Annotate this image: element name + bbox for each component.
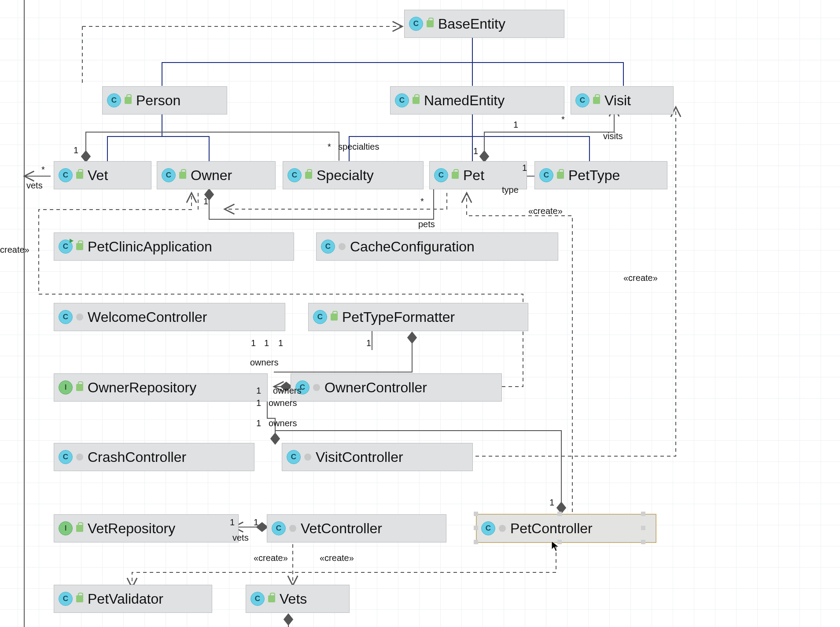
class-CrashController[interactable]: C CrashController xyxy=(54,443,254,471)
role-label: owners xyxy=(273,386,301,396)
selection-handle[interactable] xyxy=(474,540,478,544)
class-icon: C xyxy=(321,240,335,254)
class-Specialty[interactable]: C Specialty xyxy=(283,161,424,189)
class-WelcomeController[interactable]: C WelcomeController xyxy=(54,303,285,331)
class-icon: C xyxy=(162,168,176,182)
class-VisitController[interactable]: C VisitController xyxy=(282,443,473,471)
multiplicity-label: 1 xyxy=(549,498,554,508)
class-PetClinicApplication[interactable]: C PetClinicApplication xyxy=(54,232,294,261)
class-label: BaseEntity xyxy=(434,16,505,32)
class-OwnerController[interactable]: C OwnerController xyxy=(291,373,502,402)
stereotype-label: create» xyxy=(0,245,29,255)
class-label: VetController xyxy=(296,520,382,537)
class-Vets[interactable]: C Vets xyxy=(246,585,350,613)
class-BaseEntity[interactable]: C BaseEntity xyxy=(404,10,564,38)
class-icon: C xyxy=(539,168,553,182)
role-label: type xyxy=(502,185,519,195)
class-label: Vet xyxy=(83,167,108,184)
role-label: owners xyxy=(269,398,297,408)
class-label: CacheConfiguration xyxy=(346,239,475,255)
class-icon: C xyxy=(251,592,265,606)
class-label: OwnerController xyxy=(320,380,427,396)
visibility-icon xyxy=(452,172,459,179)
multiplicity-label: 1 xyxy=(473,146,478,156)
class-icon: C xyxy=(59,592,73,606)
selection-handle[interactable] xyxy=(641,540,645,544)
interface-VetRepository[interactable]: I VetRepository xyxy=(54,514,239,542)
class-label: VisitController xyxy=(311,449,403,465)
class-PetType[interactable]: C PetType xyxy=(534,161,667,189)
class-label: VetRepository xyxy=(83,520,175,537)
class-PetTypeFormatter[interactable]: C PetTypeFormatter xyxy=(308,303,528,331)
visibility-icon xyxy=(557,172,564,179)
class-icon: C xyxy=(107,93,121,107)
role-label: owners xyxy=(250,358,278,368)
class-label: PetTypeFormatter xyxy=(338,309,455,325)
class-Visit[interactable]: C Visit xyxy=(571,86,674,114)
multiplicity-label: * xyxy=(561,114,565,125)
visibility-icon xyxy=(76,525,83,532)
class-label: OwnerRepository xyxy=(83,380,196,396)
multiplicity-label: * xyxy=(420,196,424,207)
class-icon: C xyxy=(272,521,286,535)
stereotype-label: «create» xyxy=(254,553,288,563)
selection-handle[interactable] xyxy=(474,512,478,516)
visibility-icon xyxy=(268,595,275,602)
class-label: Specialty xyxy=(312,167,374,184)
role-label: vets xyxy=(232,533,249,543)
class-label: Visit xyxy=(600,92,631,109)
multiplicity-label: 1 xyxy=(264,338,269,348)
class-icon: C xyxy=(287,168,302,182)
role-label: vets xyxy=(26,181,43,191)
selection-handle[interactable] xyxy=(641,526,645,530)
interface-icon: I xyxy=(59,521,73,535)
multiplicity-label: * xyxy=(41,165,45,175)
class-label: PetValidator xyxy=(83,591,163,607)
class-Owner[interactable]: C Owner xyxy=(157,161,276,189)
class-icon: C xyxy=(409,17,423,31)
class-VetController[interactable]: C VetController xyxy=(267,514,446,542)
class-icon: C xyxy=(287,450,301,464)
class-label: PetType xyxy=(564,167,620,184)
visibility-icon xyxy=(76,172,83,179)
selection-handle[interactable] xyxy=(557,512,562,516)
multiplicity-label: 1 xyxy=(74,145,78,155)
role-label: pets xyxy=(418,219,435,229)
role-label: specialties xyxy=(338,142,379,152)
stereotype-label: «create» xyxy=(623,273,658,283)
visibility-icon xyxy=(76,454,83,461)
visibility-icon xyxy=(289,525,296,532)
visibility-icon xyxy=(413,97,420,104)
selection-handle[interactable] xyxy=(641,512,645,516)
visibility-icon xyxy=(499,525,506,532)
class-label: CrashController xyxy=(83,449,186,465)
multiplicity-label: * xyxy=(328,142,331,152)
visibility-icon xyxy=(76,384,83,391)
interface-OwnerRepository[interactable]: I OwnerRepository xyxy=(54,373,268,402)
multiplicity-label: 1 xyxy=(256,418,261,428)
multiplicity-label: 1 xyxy=(203,196,208,207)
visibility-icon xyxy=(179,172,186,179)
class-icon: C xyxy=(59,240,73,254)
class-Vet[interactable]: C Vet xyxy=(54,161,151,189)
multiplicity-label: 1 xyxy=(230,517,235,527)
class-icon: C xyxy=(59,168,73,182)
multiplicity-label: 1 xyxy=(256,398,261,408)
class-NamedEntity[interactable]: C NamedEntity xyxy=(390,86,564,114)
visibility-icon xyxy=(331,314,338,321)
class-label: PetController xyxy=(506,520,593,537)
class-PetValidator[interactable]: C PetValidator xyxy=(54,585,212,613)
visibility-icon xyxy=(339,243,346,250)
role-label: owners xyxy=(269,418,297,428)
selection-handle[interactable] xyxy=(474,526,478,530)
class-icon: C xyxy=(481,521,495,535)
visibility-icon xyxy=(427,20,434,27)
class-CacheConfiguration[interactable]: C CacheConfiguration xyxy=(316,232,558,261)
visibility-icon xyxy=(313,384,320,391)
selection-handle[interactable] xyxy=(557,540,562,544)
class-icon: C xyxy=(434,168,448,182)
class-PetController[interactable]: C PetController xyxy=(476,514,656,542)
multiplicity-label: 1 xyxy=(366,338,371,348)
multiplicity-label: 1 xyxy=(256,386,261,396)
class-Person[interactable]: C Person xyxy=(102,86,227,114)
